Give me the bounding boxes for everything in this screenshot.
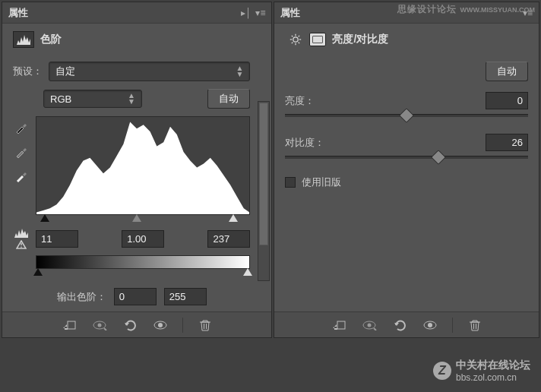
auto-button[interactable]: 自动 [486,62,528,81]
white-point-eyedropper-icon[interactable] [13,168,30,185]
trash-icon[interactable] [197,318,214,333]
watermark-top: 思缘设计论坛 WWW.MISSYUAN.COM [397,3,535,16]
input-white-field[interactable] [207,230,250,248]
svg-marker-0 [36,122,249,214]
output-white-thumb[interactable] [243,268,252,276]
svg-line-23 [374,328,376,330]
svg-rect-1 [21,243,21,245]
contrast-thumb[interactable] [431,150,446,165]
black-point-eyedropper-icon[interactable] [13,119,30,136]
reset-icon[interactable] [391,318,408,333]
view-previous-icon[interactable] [361,318,378,333]
trash-icon[interactable] [467,318,483,333]
visibility-icon[interactable] [422,318,438,333]
brightness-thumb[interactable] [399,108,414,123]
auto-button[interactable]: 自动 [207,89,250,109]
output-black-field[interactable] [114,288,157,305]
adjustment-type-row: 色阶 [2,24,271,55]
output-slider-track[interactable] [36,268,250,277]
clip-warning-icon [13,228,30,249]
clip-to-layer-icon[interactable] [331,318,347,333]
channel-value: RGB [50,93,71,105]
levels-icon [13,31,34,48]
histogram-chart [36,116,250,215]
preset-value: 自定 [55,65,75,78]
svg-point-5 [97,323,101,327]
view-previous-icon[interactable] [91,318,108,333]
svg-point-25 [428,323,432,327]
adjustment-label: 色阶 [40,33,62,46]
svg-line-18 [292,43,293,44]
input-gamma-field[interactable] [122,230,164,248]
panel-menu-icon[interactable]: ▾≡ [255,8,265,18]
mask-icon[interactable] [309,33,326,46]
select-arrows-icon: ▲▼ [128,93,135,105]
output-white-field[interactable] [164,288,207,305]
gray-point-eyedropper-icon[interactable] [13,144,30,160]
contrast-slider[interactable] [285,156,528,159]
panel-footer [2,311,271,337]
contrast-label: 对比度： [285,136,324,150]
white-slider-thumb[interactable] [229,214,238,222]
reset-icon[interactable] [122,318,138,333]
adjustment-label: 亮度/对比度 [332,33,388,46]
svg-line-16 [292,36,293,37]
brightness-label: 亮度： [285,94,315,108]
legacy-label: 使用旧版 [302,175,341,189]
svg-line-19 [299,36,300,37]
panel-footer [274,311,539,337]
input-slider-track[interactable] [36,214,250,223]
panel-header: 属性 ▸│ ▾≡ [2,2,271,24]
panel-title: 属性 [280,6,300,20]
input-black-field[interactable] [36,230,78,248]
watermark-bottom: Z 中关村在线论坛 bbs.zol.com.cn [433,359,530,383]
panel-title: 属性 [8,6,28,20]
panel-collapse-icon[interactable]: ▸│ [241,8,252,18]
preset-select[interactable]: 自定 ▲▼ [49,62,250,81]
brightness-field[interactable] [486,92,528,109]
output-label: 输出色阶： [57,290,106,304]
brightness-slider[interactable] [285,114,528,117]
scrollbar[interactable] [258,101,270,281]
svg-point-8 [158,323,163,327]
adjustment-type-row: 亮度/对比度 [274,24,539,55]
brightness-contrast-panel: 属性 ▾≡ 亮度/对比度 自动 亮度： [274,2,539,338]
svg-line-6 [104,328,106,330]
preset-label: 预设： [13,65,43,78]
zol-logo-icon: Z [433,362,451,380]
contrast-field[interactable] [486,134,528,151]
output-gradient [36,255,250,269]
svg-line-17 [299,43,300,44]
output-black-thumb[interactable] [33,268,43,276]
visibility-icon[interactable] [152,318,169,333]
levels-panel: 属性 ▸│ ▾≡ 色阶 预设： 自定 ▲▼ RGB [2,2,272,338]
svg-rect-2 [21,247,21,248]
brightness-icon [285,31,306,48]
black-slider-thumb[interactable] [40,214,49,222]
channel-select[interactable]: RGB ▲▼ [43,90,142,108]
legacy-checkbox[interactable] [285,177,296,188]
svg-rect-3 [68,321,75,329]
select-arrows-icon: ▲▼ [236,65,244,77]
gamma-slider-thumb[interactable] [132,214,141,222]
scrollbar-thumb[interactable] [259,103,268,245]
svg-rect-20 [337,321,345,329]
clip-to-layer-icon[interactable] [61,318,78,333]
svg-point-11 [293,37,298,42]
svg-point-22 [367,323,371,327]
